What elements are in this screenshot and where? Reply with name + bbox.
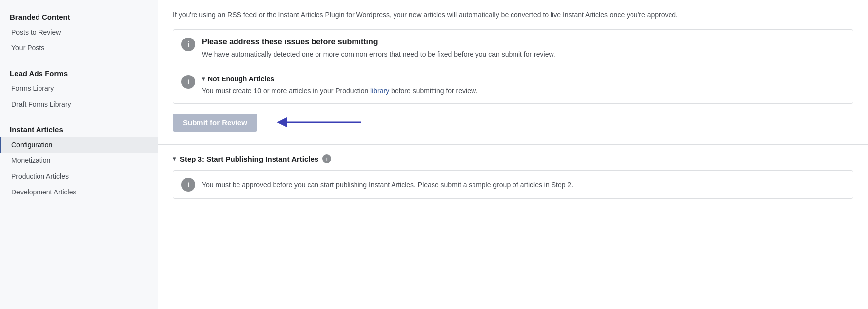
warning-header: i Please address these issues before sub… <box>173 30 853 68</box>
arrow-icon <box>267 113 366 132</box>
sidebar-item-draft-forms-library[interactable]: Draft Forms Library <box>0 96 158 112</box>
step3-chevron-icon: ▾ <box>173 155 176 162</box>
sidebar-divider-1 <box>0 60 158 60</box>
svg-marker-1 <box>277 117 287 127</box>
sidebar-section-instant-articles: Instant Articles Configuration Monetizat… <box>0 120 158 200</box>
warning-info-icon: i <box>181 38 195 51</box>
warning-sub-title: ▾ Not Enough Articles <box>202 75 845 83</box>
step3-box-icon: i <box>181 178 195 192</box>
warning-header-content: Please address these issues before submi… <box>202 38 555 60</box>
warning-sub-content: ▾ Not Enough Articles You must create 10… <box>202 75 845 96</box>
sidebar-section-header-lead-ads: Lead Ads Forms <box>0 64 158 80</box>
step3-label: Step 3: Start Publishing Instant Article… <box>180 155 318 163</box>
step3-info-icon: i <box>322 154 331 163</box>
main-content: If you're using an RSS feed or the Insta… <box>158 0 868 309</box>
warning-box: i Please address these issues before sub… <box>173 29 853 104</box>
submit-area: Submit for Review <box>173 113 853 132</box>
step3-info-text: You must be approved before you can star… <box>202 180 573 190</box>
sidebar-item-your-posts[interactable]: Your Posts <box>0 40 158 56</box>
library-link[interactable]: library <box>370 87 389 95</box>
section-divider <box>158 144 868 145</box>
sidebar-item-production-articles[interactable]: Production Articles <box>0 168 158 184</box>
warning-description: We have automatically detected one or mo… <box>202 49 555 60</box>
step3-info-box: i You must be approved before you can st… <box>173 170 853 199</box>
sidebar-divider-2 <box>0 116 158 116</box>
submit-for-review-button[interactable]: Submit for Review <box>173 114 257 132</box>
sidebar-section-header-instant-articles: Instant Articles <box>0 120 158 137</box>
sidebar-section-header-branded-content: Branded Content <box>0 8 158 24</box>
sidebar: Branded Content Posts to Review Your Pos… <box>0 0 158 309</box>
sidebar-section-lead-ads-forms: Lead Ads Forms Forms Library Draft Forms… <box>0 64 158 112</box>
sidebar-item-development-articles[interactable]: Development Articles <box>0 184 158 200</box>
sidebar-item-configuration[interactable]: Configuration <box>0 137 158 153</box>
chevron-down-icon: ▾ <box>202 76 205 82</box>
sidebar-section-branded-content: Branded Content Posts to Review Your Pos… <box>0 8 158 56</box>
sidebar-item-posts-to-review[interactable]: Posts to Review <box>0 24 158 40</box>
intro-paragraph: If you're using an RSS feed or the Insta… <box>173 10 853 20</box>
warning-sub-section: i ▾ Not Enough Articles You must create … <box>173 68 853 103</box>
arrow-indicator <box>267 113 366 132</box>
warning-title: Please address these issues before submi… <box>202 38 555 46</box>
sidebar-item-monetization[interactable]: Monetization <box>0 153 158 168</box>
warning-sub-info-icon: i <box>181 75 195 89</box>
sidebar-item-forms-library[interactable]: Forms Library <box>0 80 158 96</box>
warning-sub-description: You must create 10 or more articles in y… <box>202 86 845 96</box>
step3-header: ▾ Step 3: Start Publishing Instant Artic… <box>173 154 853 163</box>
